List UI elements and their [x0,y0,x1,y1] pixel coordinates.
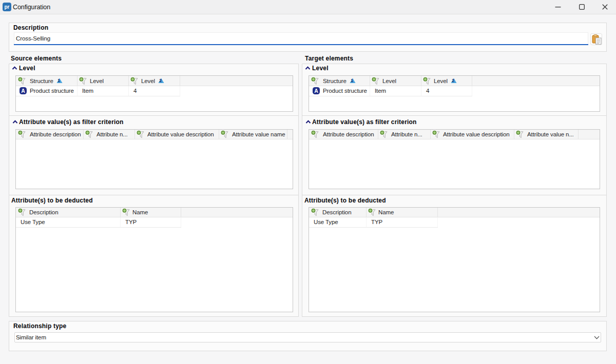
svg-text:1: 1 [57,78,60,83]
svg-text:2: 2 [452,78,454,83]
svg-text:2: 2 [159,78,162,83]
svg-text:1: 1 [351,78,353,83]
